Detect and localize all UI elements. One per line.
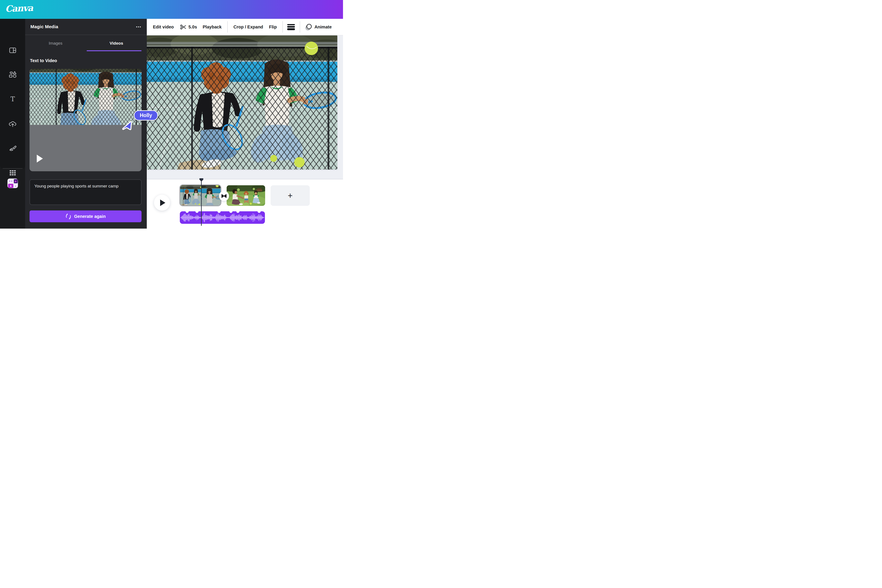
video-page[interactable]	[147, 35, 338, 170]
planet-tile: ◐	[14, 184, 18, 188]
add-clip-button[interactable]: +	[271, 185, 310, 206]
section-title: Text to Video	[30, 58, 147, 63]
toolbar-divider	[300, 21, 300, 33]
apps-grid-icon	[9, 169, 16, 177]
sidebar-item-text[interactable]: T	[8, 94, 18, 104]
generate-again-button[interactable]: Generate again	[30, 210, 141, 222]
sidebar: T ✦✦ ▶ ⛰ ◐	[0, 19, 25, 229]
clip-frame	[201, 185, 220, 206]
media-type-tabs: Images Videos	[25, 35, 147, 52]
sparkles-tile: ✦✦	[8, 179, 14, 183]
sidebar-item-design[interactable]	[8, 45, 18, 56]
canva-video-editor: Canva T ✦✦ ▶ ⛰ ◐ Magic M	[0, 0, 343, 229]
sidebar-item-apps[interactable]	[8, 168, 18, 178]
timeline-clip-grass[interactable]	[226, 185, 265, 206]
generate-again-label: Generate again	[74, 214, 106, 219]
beat-notch	[186, 210, 189, 213]
playhead-line[interactable]	[201, 180, 202, 226]
text-icon: T	[9, 95, 16, 103]
timeline: +	[147, 179, 343, 229]
panel-title: Magic Media	[30, 24, 58, 29]
audio-waveform	[180, 212, 265, 224]
trim-duration-control[interactable]: 5.0s	[180, 24, 197, 30]
transition-bowtie-icon	[221, 194, 227, 198]
magic-media-panel: Magic Media ••• Images Videos Text to Vi…	[25, 19, 147, 229]
play-icon[interactable]	[37, 154, 43, 162]
play-icon	[160, 200, 165, 206]
toolbar-divider	[282, 21, 283, 33]
beat-notch	[195, 210, 199, 213]
sidebar-item-uploads[interactable]	[8, 119, 18, 129]
panel-header: Magic Media •••	[25, 19, 147, 35]
active-tab-underline	[87, 50, 141, 51]
generated-video-preview[interactable]	[30, 69, 141, 171]
design-icon	[9, 46, 16, 54]
upload-cloud-icon	[9, 120, 17, 128]
animate-button[interactable]: Animate	[305, 23, 332, 31]
tab-videos[interactable]: Videos	[86, 35, 147, 52]
elements-icon	[9, 70, 17, 79]
animate-icon	[305, 23, 312, 31]
timeline-play-button[interactable]	[154, 195, 170, 211]
context-toolbar: Edit video 5.0s Playback Crop / Expand F…	[147, 19, 343, 35]
image-tile: ⛰	[8, 184, 14, 188]
clip-duration: 5.0s	[189, 24, 197, 30]
canva-logo[interactable]: Canva	[5, 3, 33, 14]
sidebar-divider	[3, 168, 22, 169]
svg-text:T: T	[10, 95, 15, 103]
timeline-clip-tennis[interactable]	[179, 184, 221, 206]
magic-media-app-icon[interactable]: ✦✦ ▶ ⛰ ◐	[8, 178, 18, 188]
audio-track[interactable]	[180, 212, 265, 224]
animate-label: Animate	[314, 24, 332, 30]
playback-button[interactable]: Playback	[203, 24, 222, 30]
beat-notch	[236, 210, 240, 213]
tab-images[interactable]: Images	[25, 35, 86, 52]
design-canvas	[147, 35, 343, 179]
prompt-input[interactable]: Young people playing sports at summer ca…	[30, 179, 141, 205]
levels-icon[interactable]	[287, 23, 295, 31]
clip-frame	[180, 185, 201, 206]
playhead-pin[interactable]	[199, 178, 203, 183]
flip-button[interactable]: Flip	[269, 24, 277, 30]
editor-area: Edit video 5.0s Playback Crop / Expand F…	[147, 19, 343, 229]
edit-video-button[interactable]: Edit video	[153, 24, 174, 30]
draw-pen-icon	[9, 144, 17, 153]
toolbar-divider	[227, 21, 228, 33]
app-header: Canva	[0, 0, 343, 19]
transition-button[interactable]	[219, 191, 229, 201]
beat-notch	[218, 210, 221, 213]
regenerate-icon	[65, 213, 71, 219]
beat-notch	[258, 210, 261, 213]
preview-thumbnail	[30, 69, 141, 125]
scissors-icon	[180, 24, 187, 30]
sidebar-item-draw[interactable]	[8, 144, 18, 154]
play-tile: ▶	[14, 179, 18, 183]
crop-expand-button[interactable]: Crop / Expand	[233, 24, 263, 30]
panel-more-menu[interactable]: •••	[136, 25, 141, 28]
sidebar-item-elements[interactable]	[8, 70, 18, 80]
plus-icon: +	[288, 191, 292, 200]
